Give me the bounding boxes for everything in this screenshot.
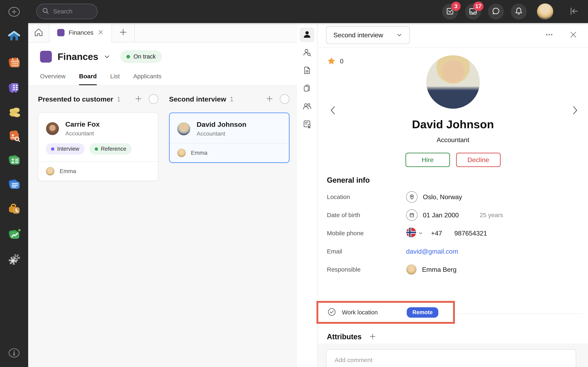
assignee-avatar [177, 149, 186, 157]
inbox-button[interactable]: 17 [465, 4, 481, 20]
country-select[interactable] [406, 227, 423, 239]
bell-icon [514, 7, 523, 17]
work-location-value-badge[interactable]: Remote [407, 307, 438, 318]
chevron-down-icon[interactable] [104, 53, 111, 60]
user-avatar[interactable] [537, 3, 553, 20]
close-panel-button[interactable] [567, 29, 580, 42]
tag-interview[interactable]: Interview [46, 143, 85, 155]
comment-section: Add comment B I U S 12 [318, 343, 588, 367]
column-count: 1 [117, 95, 121, 103]
tab-label: Finances [69, 29, 94, 36]
info-icon [8, 347, 21, 359]
avatar [177, 122, 190, 136]
column-title: Second interview [169, 95, 226, 103]
tasks-button[interactable]: 3 [442, 4, 458, 20]
column-assignee-placeholder[interactable] [149, 94, 158, 104]
person-icon [303, 30, 311, 40]
applicant-card-carrie-fox[interactable]: Carrie Fox Accountant Interview Referenc… [38, 113, 158, 181]
app-sidebar [0, 0, 28, 367]
calendar-app-icon[interactable] [7, 56, 21, 69]
person-search-icon [303, 48, 311, 58]
info-row-phone: Mobile phone +47 987654321 [327, 227, 572, 239]
tab-finances[interactable]: Finances [49, 23, 112, 42]
status-badge[interactable]: On track [120, 50, 162, 63]
chat-button[interactable] [488, 4, 504, 20]
new-tab-button[interactable] [112, 23, 135, 42]
column-title: Presented to customer [38, 95, 113, 103]
accounting-icon[interactable] [7, 153, 21, 167]
comment-editor[interactable]: Add comment B I U S 12 [326, 349, 576, 367]
tab-candidate-search[interactable] [300, 45, 314, 60]
tab-copies[interactable] [300, 81, 314, 96]
info-row-email: Email david@gmail.com [327, 246, 572, 257]
tab-applicants[interactable]: Applicants [133, 73, 161, 85]
notes-icon[interactable] [7, 178, 21, 192]
coins-icon[interactable] [7, 106, 21, 119]
chevron-down-icon [396, 32, 402, 38]
contact-search-icon[interactable] [7, 129, 21, 143]
email-link[interactable]: david@gmail.com [406, 248, 458, 255]
collapse-panel-button[interactable] [569, 6, 579, 17]
decline-button[interactable]: Decline [456, 153, 501, 167]
tab-people[interactable] [300, 99, 314, 114]
applicant-card-david-johnson[interactable]: David Johnson Accountant Emma [169, 113, 290, 163]
hire-button[interactable]: Hire [406, 153, 450, 167]
tab-overview[interactable]: Overview [40, 73, 66, 85]
settings-icon[interactable] [7, 252, 21, 266]
time-tracking-icon[interactable] [7, 202, 21, 216]
avatar [46, 122, 59, 135]
work-location-row-highlighted[interactable]: Work location Remote [316, 301, 455, 324]
info-button[interactable] [7, 346, 21, 360]
tab-certificates[interactable] [300, 117, 314, 132]
candidate-name: David Johnson [318, 118, 588, 131]
dob-value: 01 Jan 2000 [423, 211, 459, 219]
phone-number: 987654321 [454, 230, 487, 237]
calendar-icon [406, 209, 417, 221]
field-label: Responsible [327, 266, 406, 273]
panel-body: 0 David Johnson Accountant Hire Decline … [318, 48, 588, 367]
column-second-interview: Second interview 1 David Johnson Account… [169, 94, 290, 359]
info-row-dob: Date of birth 01 Jan 2000 25 years [327, 209, 572, 221]
rating-control[interactable]: 0 [327, 57, 343, 66]
rating-value: 0 [340, 58, 343, 65]
tab-candidate-profile[interactable] [300, 27, 314, 42]
stage-select[interactable]: Second interview [326, 26, 410, 44]
field-label: Date of birth [327, 212, 406, 218]
project-title: Finances [58, 51, 98, 62]
location-value: Oslo, Norway [423, 193, 462, 201]
close-tab-icon[interactable] [98, 29, 104, 36]
search-input[interactable] [53, 8, 90, 15]
assignee-avatar [46, 167, 55, 176]
add-attribute-icon[interactable] [369, 333, 376, 341]
tag-reference[interactable]: Reference [89, 143, 132, 155]
section-title: General info [327, 176, 572, 184]
add-card-icon[interactable] [134, 95, 143, 104]
status-label: On track [133, 53, 156, 60]
star-icon [327, 57, 336, 66]
status-dot-icon [126, 55, 130, 58]
notifications-button[interactable] [511, 4, 527, 20]
tab-list[interactable]: List [110, 73, 120, 85]
add-button[interactable] [7, 5, 21, 19]
more-options-button[interactable] [543, 29, 556, 42]
home-tab[interactable] [28, 23, 49, 42]
tag-label: Interview [57, 146, 79, 152]
card-name: Carrie Fox [65, 120, 100, 128]
country-code: +47 [431, 230, 442, 237]
column-assignee-placeholder[interactable] [280, 94, 290, 104]
tab-documents[interactable] [300, 63, 314, 78]
previous-candidate-button[interactable] [327, 104, 339, 117]
tab-board[interactable]: Board [79, 73, 97, 85]
sidebar-item-home[interactable] [7, 30, 21, 43]
add-card-icon[interactable] [265, 95, 274, 104]
global-search[interactable] [36, 4, 98, 19]
tasks-badge: 3 [451, 2, 461, 11]
next-candidate-button[interactable] [569, 104, 581, 117]
chat-icon [492, 7, 501, 17]
reports-icon[interactable] [7, 227, 21, 242]
column-count: 1 [230, 95, 233, 103]
row-divider [455, 313, 582, 314]
stage-select-value: Second interview [333, 31, 383, 39]
tag-label: Reference [101, 146, 126, 152]
company-icon[interactable] [7, 81, 21, 95]
